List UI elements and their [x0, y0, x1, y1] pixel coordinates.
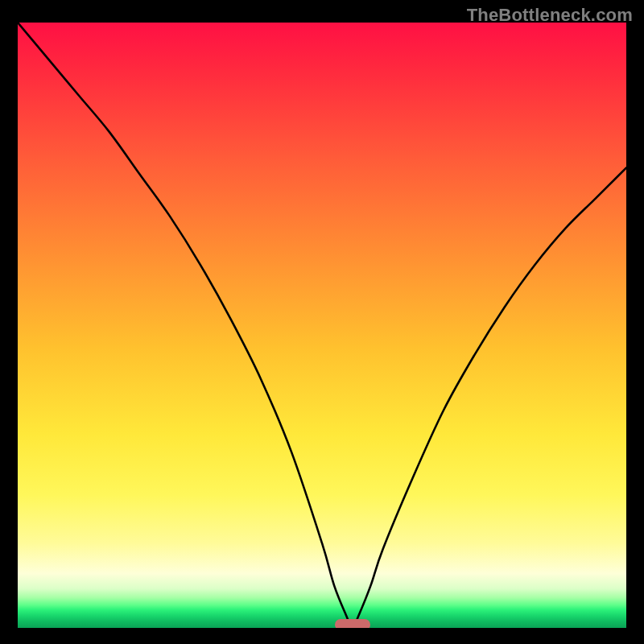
minimum-marker: [335, 619, 370, 628]
bottleneck-curve: [18, 23, 626, 628]
curve-path: [18, 23, 626, 628]
plot-area: [18, 23, 626, 628]
chart-frame: TheBottleneck.com: [0, 0, 644, 644]
